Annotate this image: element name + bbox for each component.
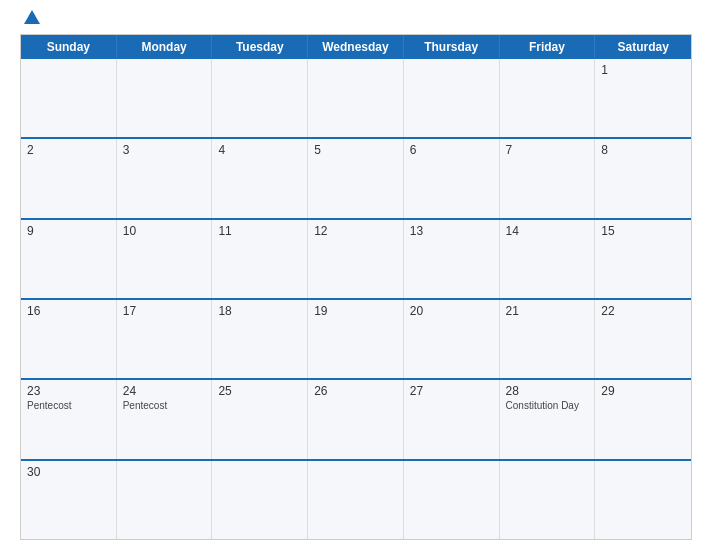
cell-date-number: 17 — [123, 304, 206, 318]
day-headers-row: SundayMondayTuesdayWednesdayThursdayFrid… — [21, 35, 691, 59]
cell-date-number: 26 — [314, 384, 397, 398]
cell-date-number: 30 — [27, 465, 110, 479]
cell-date-number: 20 — [410, 304, 493, 318]
calendar-cell: 5 — [308, 139, 404, 217]
week-row-0: 1 — [21, 59, 691, 137]
calendar-cell: 19 — [308, 300, 404, 378]
cell-event-label: Pentecost — [27, 400, 110, 411]
cell-date-number: 4 — [218, 143, 301, 157]
cell-date-number: 7 — [506, 143, 589, 157]
calendar-cell: 14 — [500, 220, 596, 298]
calendar-cell: 7 — [500, 139, 596, 217]
day-header-sunday: Sunday — [21, 35, 117, 59]
cell-date-number: 14 — [506, 224, 589, 238]
calendar-cell: 10 — [117, 220, 213, 298]
calendar-cell: 15 — [595, 220, 691, 298]
calendar-cell — [212, 59, 308, 137]
cell-date-number: 6 — [410, 143, 493, 157]
week-row-2: 9101112131415 — [21, 218, 691, 298]
calendar-cell: 16 — [21, 300, 117, 378]
cell-date-number: 13 — [410, 224, 493, 238]
calendar-cell: 8 — [595, 139, 691, 217]
cell-date-number: 16 — [27, 304, 110, 318]
week-row-4: 23Pentecost24Pentecost25262728Constituti… — [21, 378, 691, 458]
cell-date-number: 25 — [218, 384, 301, 398]
cell-date-number: 2 — [27, 143, 110, 157]
cell-date-number: 28 — [506, 384, 589, 398]
calendar-cell: 23Pentecost — [21, 380, 117, 458]
calendar-cell: 20 — [404, 300, 500, 378]
cell-date-number: 3 — [123, 143, 206, 157]
day-header-monday: Monday — [117, 35, 213, 59]
logo-wrapper — [20, 16, 40, 24]
calendar-cell: 4 — [212, 139, 308, 217]
day-header-tuesday: Tuesday — [212, 35, 308, 59]
calendar-cell — [595, 461, 691, 539]
logo-icon-row — [20, 16, 40, 24]
cell-date-number: 29 — [601, 384, 685, 398]
cell-date-number: 12 — [314, 224, 397, 238]
calendar-page: SundayMondayTuesdayWednesdayThursdayFrid… — [0, 0, 712, 550]
cell-date-number: 8 — [601, 143, 685, 157]
cell-date-number: 5 — [314, 143, 397, 157]
week-row-3: 16171819202122 — [21, 298, 691, 378]
calendar-cell: 18 — [212, 300, 308, 378]
day-header-thursday: Thursday — [404, 35, 500, 59]
calendar-cell — [500, 59, 596, 137]
calendar-grid: SundayMondayTuesdayWednesdayThursdayFrid… — [20, 34, 692, 540]
day-header-friday: Friday — [500, 35, 596, 59]
calendar-cell: 30 — [21, 461, 117, 539]
calendar-cell — [117, 59, 213, 137]
calendar-cell — [117, 461, 213, 539]
cell-event-label: Pentecost — [123, 400, 206, 411]
cell-event-label: Constitution Day — [506, 400, 589, 411]
calendar-cell: 2 — [21, 139, 117, 217]
calendar-cell: 26 — [308, 380, 404, 458]
calendar-cell: 9 — [21, 220, 117, 298]
calendar-cell: 22 — [595, 300, 691, 378]
cell-date-number: 1 — [601, 63, 685, 77]
cell-date-number: 19 — [314, 304, 397, 318]
header — [20, 16, 692, 24]
calendar-cell — [308, 59, 404, 137]
cell-date-number: 18 — [218, 304, 301, 318]
calendar-cell: 6 — [404, 139, 500, 217]
calendar-cell: 29 — [595, 380, 691, 458]
cell-date-number: 22 — [601, 304, 685, 318]
calendar-cell — [21, 59, 117, 137]
weeks-container: 1234567891011121314151617181920212223Pen… — [21, 59, 691, 539]
calendar-cell — [212, 461, 308, 539]
cell-date-number: 23 — [27, 384, 110, 398]
cell-date-number: 24 — [123, 384, 206, 398]
calendar-cell — [404, 59, 500, 137]
calendar-cell: 1 — [595, 59, 691, 137]
logo — [20, 16, 40, 24]
calendar-cell: 28Constitution Day — [500, 380, 596, 458]
week-row-5: 30 — [21, 459, 691, 539]
calendar-cell: 21 — [500, 300, 596, 378]
calendar-cell: 12 — [308, 220, 404, 298]
day-header-saturday: Saturday — [595, 35, 691, 59]
cell-date-number: 10 — [123, 224, 206, 238]
calendar-cell: 17 — [117, 300, 213, 378]
calendar-cell: 27 — [404, 380, 500, 458]
calendar-cell: 25 — [212, 380, 308, 458]
calendar-cell: 11 — [212, 220, 308, 298]
day-header-wednesday: Wednesday — [308, 35, 404, 59]
cell-date-number: 9 — [27, 224, 110, 238]
cell-date-number: 11 — [218, 224, 301, 238]
cell-date-number: 21 — [506, 304, 589, 318]
calendar-cell — [308, 461, 404, 539]
calendar-cell — [404, 461, 500, 539]
logo-triangle-icon — [24, 10, 40, 24]
cell-date-number: 27 — [410, 384, 493, 398]
calendar-cell: 3 — [117, 139, 213, 217]
calendar-cell — [500, 461, 596, 539]
week-row-1: 2345678 — [21, 137, 691, 217]
cell-date-number: 15 — [601, 224, 685, 238]
calendar-cell: 24Pentecost — [117, 380, 213, 458]
calendar-cell: 13 — [404, 220, 500, 298]
